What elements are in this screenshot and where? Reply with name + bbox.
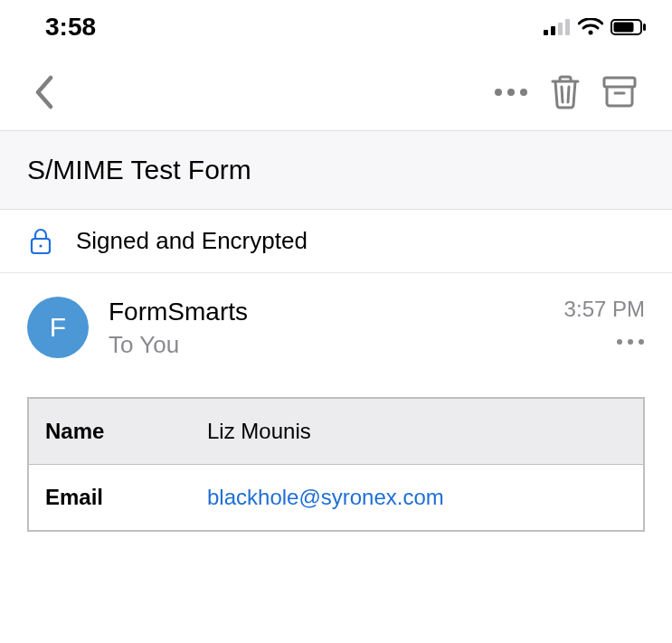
table-row: Name Liz Mounis (28, 398, 644, 465)
ellipsis-icon (616, 338, 645, 345)
svg-rect-0 (544, 30, 548, 35)
subject-bar: S/MIME Test Form (0, 130, 672, 210)
svg-rect-6 (614, 23, 634, 33)
svg-rect-2 (558, 23, 563, 35)
field-value: Liz Mounis (191, 398, 644, 465)
field-label: Name (28, 398, 191, 465)
ellipsis-icon (494, 88, 528, 97)
cellular-icon (544, 19, 571, 35)
svg-rect-3 (565, 19, 570, 35)
svg-line-12 (568, 87, 569, 102)
sender-avatar[interactable]: F (27, 297, 89, 358)
back-button[interactable] (16, 65, 71, 119)
status-time: 3:58 (45, 13, 96, 42)
archive-icon (602, 76, 637, 109)
svg-point-8 (495, 89, 502, 96)
recipient-line[interactable]: To You (109, 331, 564, 359)
field-label: Email (28, 464, 191, 531)
delete-button[interactable] (538, 65, 592, 119)
svg-point-4 (589, 31, 593, 35)
table-row: Email blackhole@syronex.com (28, 464, 644, 531)
status-indicators (544, 18, 647, 36)
svg-point-19 (639, 339, 644, 345)
svg-rect-1 (551, 26, 555, 35)
sender-name[interactable]: FormSmarts (109, 297, 564, 327)
trash-icon (549, 74, 582, 110)
svg-line-11 (562, 87, 563, 102)
message-header: F FormSmarts To You 3:57 PM (0, 273, 672, 370)
message-more-button[interactable] (564, 338, 645, 345)
svg-point-17 (617, 339, 622, 345)
svg-rect-7 (643, 24, 646, 31)
security-status-label: Signed and Encrypted (76, 227, 308, 255)
message-body: Name Liz Mounis Email blackhole@syronex.… (0, 370, 672, 532)
svg-point-10 (520, 89, 527, 96)
field-value-email[interactable]: blackhole@syronex.com (191, 464, 644, 531)
svg-point-9 (507, 89, 515, 96)
svg-point-16 (39, 244, 42, 247)
status-bar: 3:58 (0, 0, 672, 54)
form-data-table: Name Liz Mounis Email blackhole@syronex.… (27, 397, 645, 532)
wifi-icon (578, 18, 603, 36)
archive-button[interactable] (592, 65, 647, 119)
svg-point-18 (628, 339, 633, 345)
svg-rect-13 (604, 78, 635, 87)
security-status-row[interactable]: Signed and Encrypted (0, 210, 672, 273)
lock-icon (27, 228, 54, 255)
toolbar (0, 54, 672, 130)
email-subject: S/MIME Test Form (27, 155, 645, 185)
chevron-left-icon (33, 75, 53, 109)
message-time: 3:57 PM (564, 297, 645, 322)
battery-icon (610, 19, 647, 35)
more-options-button[interactable] (484, 65, 538, 119)
